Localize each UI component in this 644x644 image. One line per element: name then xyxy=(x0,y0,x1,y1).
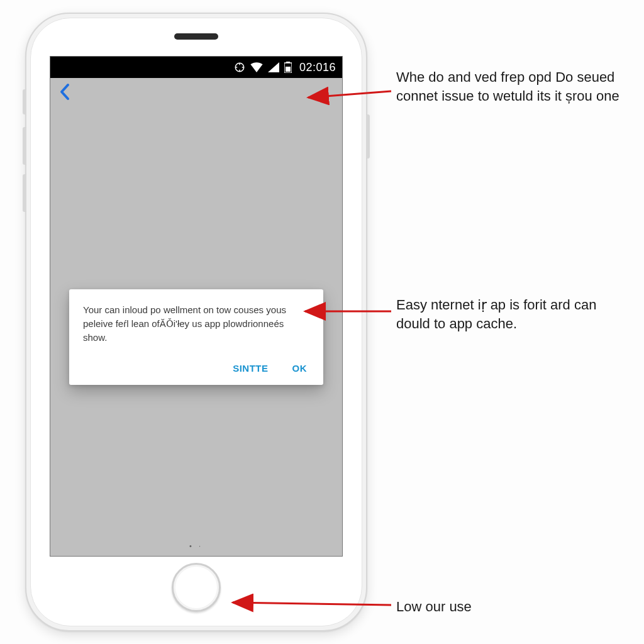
nav-bar xyxy=(50,78,342,108)
alert-primary-button[interactable]: OK xyxy=(290,359,310,377)
alert-actions: SINTTE OK xyxy=(83,359,309,377)
signal-icon xyxy=(268,62,279,72)
power-button xyxy=(366,114,370,158)
alert-dialog: Your can inloud po wellment on tow couse… xyxy=(69,289,323,385)
phone-body: 02:016 Your can inloud po wellment on to… xyxy=(30,18,362,626)
annotation-3: Low our use xyxy=(396,597,472,616)
sync-icon xyxy=(234,62,245,73)
wifi-icon xyxy=(250,62,263,72)
volume-up-button xyxy=(23,127,26,165)
speaker-grille xyxy=(174,33,218,40)
home-button[interactable] xyxy=(172,563,221,612)
page-indicator: • · xyxy=(189,542,203,550)
volume-down-button xyxy=(23,174,26,212)
mute-switch xyxy=(23,89,26,114)
back-button[interactable] xyxy=(59,83,70,104)
svg-rect-3 xyxy=(286,67,291,72)
alert-message: Your can inloud po wellment on tow couse… xyxy=(83,303,309,344)
status-bar: 02:016 xyxy=(50,57,342,78)
phone-frame: 02:016 Your can inloud po wellment on to… xyxy=(25,13,367,631)
screen: 02:016 Your can inloud po wellment on to… xyxy=(50,56,343,557)
annotation-1: Whe do and ved frep opd Do seued connet … xyxy=(396,68,623,105)
alert-secondary-button[interactable]: SINTTE xyxy=(230,359,270,377)
annotation-2: Easy nternet iṛ ap is forit ard can doul… xyxy=(396,296,623,333)
status-clock: 02:016 xyxy=(299,61,336,74)
battery-icon xyxy=(284,62,292,73)
